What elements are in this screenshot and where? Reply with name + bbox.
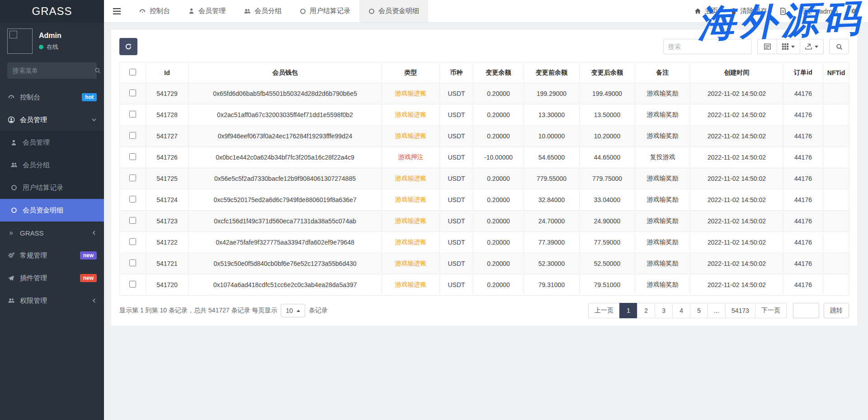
tab-settlement-records[interactable]: 用户结算记录: [291, 0, 359, 22]
page-button-1[interactable]: 1: [619, 303, 637, 318]
row-checkbox[interactable]: [129, 153, 136, 160]
column-header[interactable]: 币种: [440, 62, 473, 83]
records-table: Id会员钱包类型币种变更余额变更前余额变更后余额备注创建时间订单idNFTid …: [119, 62, 849, 296]
user-name: Admin: [39, 32, 61, 40]
refresh-button[interactable]: [119, 38, 137, 55]
view-button-group: [757, 39, 824, 54]
row-checkbox[interactable]: [129, 217, 136, 224]
caret-down-icon: [815, 46, 818, 48]
cell-type: 游戏输进账: [382, 104, 440, 126]
sidebar-item-member-management-parent[interactable]: 会员管理: [0, 109, 104, 131]
cell-wallet: 0x1074a6ad418cdfc51cc6e2c0c3ab4ea28da5a3…: [189, 274, 382, 296]
row-checkbox[interactable]: [129, 175, 136, 181]
sidebar-item-grass[interactable]: » GRASS: [0, 222, 104, 244]
home-link[interactable]: 主页: [694, 7, 718, 15]
table-row: 5417210x519c50e0f5d840cb0bf6e76e52c1273a…: [120, 253, 849, 274]
page-button-last[interactable]: 54173: [725, 303, 755, 318]
columns-button[interactable]: [777, 39, 800, 54]
tab-label: 会员资金明细: [378, 7, 419, 15]
cell-nft_id: [823, 83, 849, 104]
sidebar-item-plugin-management[interactable]: 插件管理 new: [0, 267, 104, 289]
prev-page-button[interactable]: 上一页: [588, 303, 620, 318]
jump-button[interactable]: 跳转: [824, 303, 849, 318]
avatar-thumbnail: [799, 5, 816, 17]
sidebar-item-label: 插件管理: [20, 274, 47, 283]
select-all-checkbox[interactable]: [129, 69, 136, 76]
page-ellipsis[interactable]: ...: [708, 303, 726, 318]
tab-member-funds-detail[interactable]: 会员资金明细: [359, 0, 428, 22]
page-button-2[interactable]: 2: [637, 303, 655, 318]
column-header[interactable]: NFTid: [823, 62, 849, 83]
page-button-4[interactable]: 4: [672, 303, 690, 318]
docs-link[interactable]: [780, 8, 786, 15]
cell-amount: 0.20000: [473, 83, 524, 104]
user-menu[interactable]: admin: [799, 5, 838, 17]
sidebar-item-general-settings[interactable]: 常规管理 new: [0, 244, 104, 267]
detail-view-button[interactable]: [757, 39, 777, 54]
sidebar-item-permission-management[interactable]: 权限管理: [0, 289, 104, 312]
table-search-input[interactable]: [663, 39, 752, 54]
cell-created: 2022-11-02 14:50:02: [690, 168, 783, 189]
brand-logo[interactable]: GRASS: [0, 0, 104, 23]
page-size-select[interactable]: 10: [281, 304, 305, 317]
row-checkbox[interactable]: [129, 260, 136, 266]
column-header[interactable]: 类型: [382, 62, 440, 83]
sidebar-item-label: 会员资金明细: [23, 206, 63, 215]
sidebar-item-settlement-records[interactable]: 用户结算记录: [0, 176, 104, 199]
settings-menu[interactable]: [850, 7, 858, 15]
menu-toggle-button[interactable]: [104, 0, 130, 22]
sidebar-search-input[interactable]: [13, 67, 94, 74]
cell-before: 199.29000: [524, 83, 580, 104]
refresh-icon: [125, 43, 132, 50]
cell-remark: 游戏输奖励: [635, 232, 690, 253]
sidebar-item-member-funds-detail[interactable]: 会员资金明细: [0, 199, 104, 222]
sidebar-item-dashboard[interactable]: 控制台 hot: [0, 86, 104, 109]
column-header[interactable]: 会员钱包: [189, 62, 382, 83]
cell-created: 2022-11-02 14:50:02: [690, 83, 783, 104]
cell-order_id: 44176: [783, 104, 823, 126]
column-header[interactable]: 订单id: [783, 62, 823, 83]
export-button[interactable]: [800, 39, 824, 54]
main-area: 海外源码 控制台 会员管理: [104, 0, 868, 420]
page-button-5[interactable]: 5: [690, 303, 708, 318]
cell-amount: 0.20000: [473, 104, 524, 126]
jump-page-input[interactable]: [793, 303, 819, 318]
column-header[interactable]: 变更前余额: [524, 62, 580, 83]
column-header[interactable]: 创建时间: [690, 62, 783, 83]
cell-amount: 0.20000: [473, 168, 524, 189]
row-checkbox[interactable]: [129, 132, 136, 139]
row-checkbox[interactable]: [129, 238, 136, 245]
tab-member-groups[interactable]: 会员分组: [235, 0, 291, 22]
table-toolbar: [119, 38, 849, 55]
search-icon: [94, 67, 101, 74]
cell-nft_id: [823, 253, 849, 274]
page-button-3[interactable]: 3: [655, 303, 673, 318]
table-header-row: Id会员钱包类型币种变更余额变更前余额变更后余额备注创建时间订单idNFTid: [120, 62, 849, 83]
users-icon: [10, 161, 18, 169]
column-header[interactable]: 变更后余额: [580, 62, 635, 83]
row-checkbox[interactable]: [129, 111, 136, 118]
clear-cache-link[interactable]: 清除缓存: [731, 7, 767, 15]
table-row: 5417250x56e5c5f2ad7330bacfe12b9f90840613…: [120, 168, 849, 189]
cell-type: 游戏输进账: [382, 274, 440, 296]
cell-nft_id: [823, 232, 849, 253]
tab-member-management[interactable]: 会员管理: [179, 0, 235, 22]
cell-type: 游戏输进账: [382, 189, 440, 211]
advanced-search-button[interactable]: [829, 39, 849, 54]
column-header[interactable]: Id: [146, 62, 189, 83]
circle-icon: [10, 207, 18, 213]
table-row: 5417200x1074a6ad418cdfc51cc6e2c0c3ab4ea2…: [120, 274, 849, 296]
column-header[interactable]: 备注: [635, 62, 690, 83]
row-checkbox[interactable]: [129, 281, 136, 288]
cell-created: 2022-11-02 14:50:02: [690, 253, 783, 274]
cell-select: [120, 147, 146, 168]
cell-remark: 游戏输奖励: [635, 168, 690, 189]
sidebar-item-member-groups[interactable]: 会员分组: [0, 154, 104, 176]
sidebar-item-member-management[interactable]: 会员管理: [0, 131, 104, 154]
column-header[interactable]: 变更余额: [473, 62, 524, 83]
tab-dashboard[interactable]: 控制台: [130, 0, 179, 22]
table-row: 5417220x42ae75fafe9f327775aa33947dfa602e…: [120, 232, 849, 253]
row-checkbox[interactable]: [129, 90, 136, 96]
next-page-button[interactable]: 下一页: [755, 303, 787, 318]
row-checkbox[interactable]: [129, 196, 136, 203]
